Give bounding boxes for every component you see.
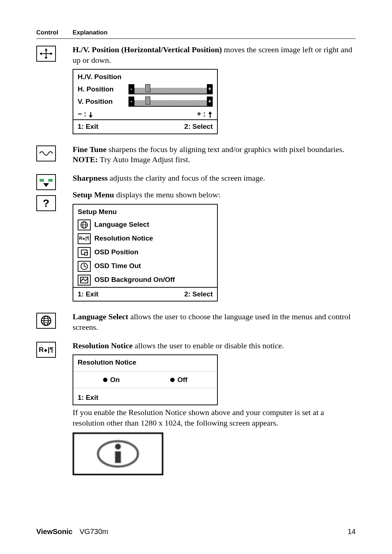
off-label: Off <box>177 376 187 385</box>
svg-marker-2 <box>45 48 48 50</box>
header-divider <box>36 38 356 39</box>
sharpness-title-bold: Sharpness <box>73 173 108 182</box>
svg-marker-5 <box>50 52 53 55</box>
setup-title-bold: Setup Menu <box>73 190 114 199</box>
resolution-osd-panel: Resolution Notice On Off 1: Exit <box>73 354 218 405</box>
svg-marker-3 <box>45 57 48 59</box>
minus-icon: - <box>128 84 134 94</box>
setup-exit-label: 1: Exit <box>78 290 98 299</box>
position-icon <box>78 247 91 258</box>
resolution-description: Resolution Notice allows the user to ena… <box>73 341 356 351</box>
minus-hint: − : <box>78 109 93 119</box>
info-popup-image <box>73 432 163 475</box>
hv-exit-label: 1: Exit <box>78 122 98 131</box>
bullet-icon <box>170 378 175 382</box>
resolution-osd-title: Resolution Notice <box>73 355 217 369</box>
svg-marker-7 <box>89 115 93 118</box>
finetune-note-rest: Try Auto Image Adjust first. <box>98 155 190 164</box>
language-description: Language Select allows the user to choos… <box>73 312 356 332</box>
section-fine-tune: Fine Tune sharpens the focus by aligning… <box>36 144 356 165</box>
hv-select-label: 2: Select <box>184 122 213 131</box>
setup-description: Setup Menu displays the menu shown below… <box>73 190 356 200</box>
setup-item-osd-background: OSD Background On/Off <box>73 273 217 287</box>
finetune-description: Fine Tune sharpens the focus by aligning… <box>73 144 356 155</box>
resolution-after-text: If you enable the Resolution Notice show… <box>73 407 356 428</box>
slider-thumb-icon <box>145 97 150 104</box>
footer-page-number: 14 <box>348 528 356 536</box>
hv-title-bold: H./V. Position (Horizontal/Vertical Posi… <box>73 45 222 54</box>
setup-item-label: Language Select <box>94 220 149 229</box>
setup-item-label: OSD Time Out <box>94 262 141 271</box>
setup-item-label: OSD Background On/Off <box>94 275 175 284</box>
svg-point-28 <box>115 444 121 450</box>
setup-item-label: Resolution Notice <box>94 234 153 243</box>
v-position-label: V. Position <box>78 97 128 106</box>
h-position-label: H. Position <box>78 85 128 94</box>
plus-icon: + <box>207 97 213 107</box>
svg-rect-29 <box>115 451 121 463</box>
minus-icon: - <box>128 97 134 107</box>
setup-osd-panel: Setup Menu Language Select R⬥|¶ Resoluti… <box>73 204 218 301</box>
header-control: Control <box>36 29 73 36</box>
table-header: Control Explanation <box>36 29 356 36</box>
hv-osd-footer: 1: Exit 2: Select <box>73 119 217 134</box>
resolution-exit-label: 1: Exit <box>73 391 217 405</box>
finetune-note: NOTE: Try Auto Image Adjust first. <box>73 155 356 165</box>
setup-item-resolution: R⬥|¶ Resolution Notice <box>73 232 217 246</box>
svg-rect-11 <box>48 179 53 182</box>
finetune-title-rest: sharpens the focus by aligning text and/… <box>107 145 344 154</box>
plus-icon: + <box>207 84 213 94</box>
v-position-row: V. Position - + <box>73 95 217 108</box>
section-language: Language Select allows the user to choos… <box>36 312 356 332</box>
background-icon <box>78 275 91 286</box>
section-resolution: R⬥|¶ Resolution Notice allows the user t… <box>36 341 356 476</box>
v-position-slider: - + <box>128 97 213 107</box>
resolution-icon: R⬥|¶ <box>36 342 56 358</box>
sharpness-title-rest: adjusts the clarity and focus of the scr… <box>108 173 265 182</box>
finetune-title-bold: Fine Tune <box>73 145 107 154</box>
setup-item-label: OSD Position <box>94 248 138 257</box>
setup-item-osd-timeout: OSD Time Out <box>73 259 217 273</box>
footer-brand: ViewSonic <box>36 528 73 535</box>
svg-rect-17 <box>85 253 87 255</box>
section-sharpness-setup: ? Sharpness adjusts the clarity and focu… <box>36 173 356 304</box>
fine-tune-wave-icon <box>36 145 56 161</box>
page-footer: ViewSonic VG730m 14 <box>36 528 356 536</box>
hv-hint-row: − : + : <box>73 108 217 119</box>
svg-marker-4 <box>40 52 42 55</box>
header-explanation: Explanation <box>73 29 107 36</box>
bullet-icon <box>103 378 107 382</box>
setup-select-label: 2: Select <box>184 290 213 299</box>
question-mark-icon: ? <box>36 195 56 211</box>
language-title-bold: Language Select <box>73 312 128 321</box>
hv-description: H./V. Position (Horizontal/Vertical Posi… <box>73 45 356 65</box>
plus-hint: + : <box>197 109 213 119</box>
sharpness-description: Sharpness adjusts the clarity and focus … <box>73 173 356 184</box>
resolution-options: On Off <box>73 372 217 389</box>
setup-item-language: Language Select <box>73 218 217 232</box>
hv-osd-panel: H./V. Position H. Position - + V. Positi… <box>73 69 218 134</box>
finetune-note-bold: NOTE: <box>73 155 98 164</box>
resolution-off-option: Off <box>170 376 187 385</box>
resolution-icon: R⬥|¶ <box>78 233 91 244</box>
globe-icon <box>78 219 91 230</box>
globe-icon <box>36 313 56 329</box>
setup-osd-title: Setup Menu <box>73 205 217 218</box>
slider-thumb-icon <box>145 84 150 92</box>
section-hv-position: H./V. Position (Horizontal/Vertical Posi… <box>36 45 356 136</box>
svg-marker-9 <box>208 111 212 114</box>
sharpness-icon <box>36 174 56 190</box>
footer-model: VG730m <box>79 528 108 535</box>
svg-line-20 <box>84 266 86 267</box>
h-position-slider: - + <box>128 84 213 94</box>
resolution-title-bold: Resolution Notice <box>73 341 133 350</box>
clock-icon <box>78 261 91 272</box>
footer-left: ViewSonic VG730m <box>36 528 108 536</box>
resolution-title-rest: allows the user to enable or disable thi… <box>133 341 284 350</box>
move-arrows-icon <box>36 46 56 62</box>
hv-osd-title: H./V. Position <box>73 70 217 83</box>
on-label: On <box>110 376 120 385</box>
svg-rect-10 <box>40 179 44 182</box>
setup-item-osd-position: OSD Position <box>73 246 217 259</box>
svg-marker-12 <box>43 183 49 187</box>
